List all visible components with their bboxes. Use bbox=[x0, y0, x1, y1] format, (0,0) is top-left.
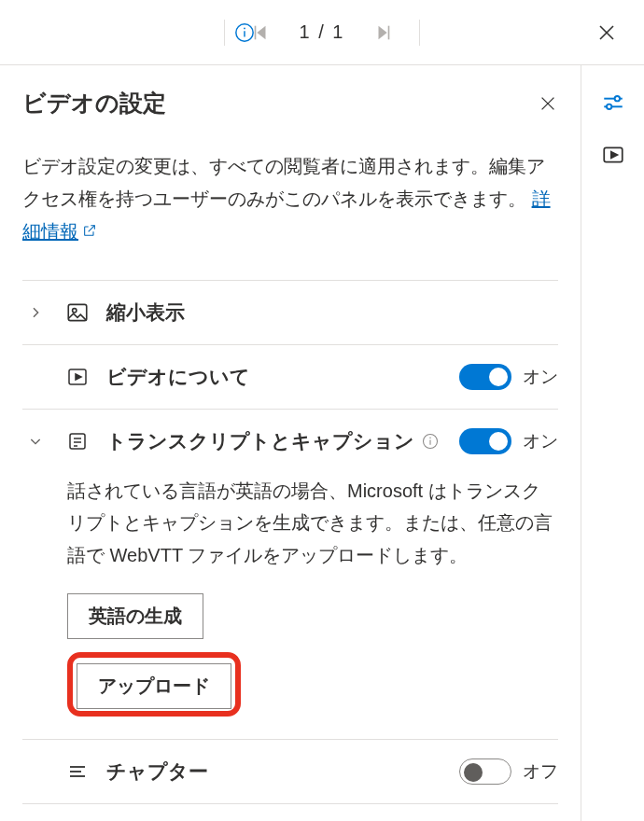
transcript-toggle[interactable] bbox=[459, 428, 511, 454]
svg-point-2 bbox=[244, 27, 245, 29]
close-icon[interactable] bbox=[595, 21, 618, 44]
video-settings-panel: ビデオの設定 ビデオ設定の変更は、すべての閲覧者に適用されます。編集アクセス権を… bbox=[0, 65, 581, 821]
svg-marker-14 bbox=[76, 374, 81, 380]
transcript-description: 話されている言語が英語の場合、Microsoft はトランスクリプトとキャプショ… bbox=[67, 475, 558, 571]
next-page-button[interactable] bbox=[361, 10, 406, 55]
svg-marker-30 bbox=[610, 152, 617, 159]
transcript-icon bbox=[63, 430, 91, 452]
top-toolbar: 1 / 1 bbox=[0, 0, 644, 65]
info-icon[interactable] bbox=[222, 10, 267, 55]
page-counter: 1 / 1 bbox=[283, 21, 362, 43]
separator bbox=[419, 20, 420, 46]
settings-sliders-icon[interactable] bbox=[591, 80, 636, 125]
external-link-icon bbox=[82, 223, 97, 238]
about-video-title: ビデオについて bbox=[106, 364, 444, 390]
section-thumbnail: 縮小表示 bbox=[22, 280, 558, 344]
info-icon[interactable] bbox=[422, 433, 439, 450]
transcript-title: トランスクリプトとキャプション bbox=[106, 428, 414, 454]
thumbnail-title: 縮小表示 bbox=[106, 299, 558, 326]
section-chapters: チャプター オフ bbox=[22, 739, 558, 804]
play-box-icon bbox=[63, 366, 91, 388]
chevron-down-icon[interactable] bbox=[22, 434, 49, 449]
svg-point-28 bbox=[606, 104, 610, 109]
upload-button[interactable]: アップロード bbox=[77, 663, 231, 709]
section-about-video: ビデオについて オン bbox=[22, 344, 558, 409]
svg-point-26 bbox=[614, 96, 619, 101]
right-rail bbox=[581, 65, 644, 821]
chapters-toggle[interactable] bbox=[459, 758, 511, 785]
image-icon bbox=[63, 300, 91, 325]
chapters-title: チャプター bbox=[106, 758, 444, 785]
upload-highlight: アップロード bbox=[67, 652, 241, 717]
generate-english-button[interactable]: 英語の生成 bbox=[67, 593, 203, 639]
about-toggle-label: オン bbox=[523, 365, 558, 389]
chevron-right-icon[interactable] bbox=[22, 305, 49, 320]
chapters-toggle-label: オフ bbox=[523, 759, 558, 784]
chapters-icon bbox=[63, 760, 91, 783]
svg-marker-5 bbox=[379, 25, 387, 39]
description-text: ビデオ設定の変更は、すべての閲覧者に適用されます。編集アクセス権を持つユーザーの… bbox=[22, 156, 545, 209]
about-video-toggle[interactable] bbox=[459, 364, 511, 390]
panel-description: ビデオ設定の変更は、すべての閲覧者に適用されます。編集アクセス権を持つユーザーの… bbox=[22, 150, 558, 248]
section-transcript: トランスクリプトとキャプション オン 話されている言語が英語の場合、Micros… bbox=[22, 409, 558, 739]
panel-title: ビデオの設定 bbox=[22, 88, 166, 118]
video-play-icon[interactable] bbox=[591, 132, 636, 177]
panel-close-icon[interactable] bbox=[538, 93, 558, 114]
svg-point-21 bbox=[429, 438, 431, 439]
transcript-toggle-label: オン bbox=[523, 429, 558, 453]
svg-point-12 bbox=[73, 309, 77, 313]
